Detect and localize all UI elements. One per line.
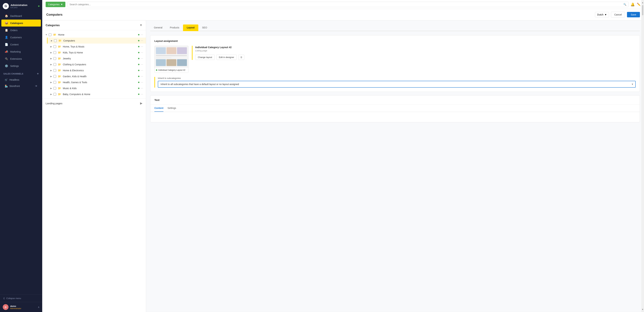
toggle-icon[interactable]: ▶ (50, 87, 52, 89)
status-dot (138, 40, 140, 41)
category-baby-computers-home[interactable]: ▶ 📁 Baby, Computers & Home ⋯ (47, 91, 146, 97)
collapse-menu-button[interactable]: ⟪ Collapse menu (0, 295, 42, 302)
category-home-toys-music[interactable]: ▶ 📁 Home, Toys & Music ⋯ (47, 43, 146, 49)
category-name: Music & Kids (63, 87, 137, 90)
toggle-icon[interactable]: ▶ (50, 45, 52, 48)
status-dot (138, 46, 140, 47)
pencil-button[interactable]: ✏️ (637, 2, 640, 6)
inherit-select[interactable]: Inherit to all subcategories that have a… (158, 81, 636, 88)
text-tab-settings[interactable]: Settings (168, 105, 176, 112)
tab-seo[interactable]: SEO (198, 24, 211, 31)
hometoys-checkbox[interactable] (54, 45, 56, 48)
category-name: Kids, Toys & Home (63, 51, 137, 54)
sidebar-item-label: Settings (10, 65, 19, 67)
notification-button[interactable]: 🔔 (630, 2, 635, 6)
category-computers[interactable]: ▶ 📁 Computers ⋯ (47, 38, 146, 43)
page-title: Computers (46, 13, 62, 16)
sidebar-item-orders[interactable]: 📋 Orders (1, 27, 41, 34)
add-sales-channel-button[interactable]: + (37, 72, 39, 75)
status-dot (138, 88, 140, 89)
language-selector[interactable]: Dutch ▼ (595, 12, 609, 17)
search-bar: 🔍 (68, 2, 628, 7)
tab-layout[interactable]: Layout (183, 24, 198, 31)
toggle-icon[interactable]: ▶ (50, 63, 52, 66)
folder-icon: 📁 (58, 93, 61, 96)
sidebar-item-label: Catalogues (10, 22, 23, 24)
category-name: Clothing & Computers (63, 63, 137, 66)
jewelry-checkbox[interactable] (54, 57, 56, 60)
collapse-icon: ⟪ (4, 297, 4, 300)
panel-collapse-icon[interactable]: ▼ (140, 23, 142, 27)
category-music-kids[interactable]: ▶ 📁 Music & Kids ⋯ (47, 85, 146, 91)
garden-checkbox[interactable] (54, 75, 56, 78)
kidstoys-checkbox[interactable] (54, 51, 56, 54)
more-icon[interactable]: ⋯ (140, 51, 143, 54)
save-button[interactable]: Save (627, 12, 640, 17)
musickids-checkbox[interactable] (54, 87, 56, 90)
search-input[interactable] (70, 3, 624, 6)
toggle-icon[interactable]: ▶ (50, 51, 52, 54)
scrollbar: ▲ ▼ (641, 20, 644, 312)
sidebar-item-marketing[interactable]: 📣 Marketing (1, 48, 41, 55)
sidebar-item-storefront[interactable]: 🏪 Storefront 👁 (1, 83, 41, 89)
change-layout-button[interactable]: Change layout (195, 55, 215, 60)
category-jewelry[interactable]: ▶ 📁 Jewelry ⋯ (47, 55, 146, 61)
more-icon[interactable]: ⋯ (140, 57, 143, 60)
computers-checkbox[interactable] (54, 39, 57, 42)
sidebar-item-headless[interactable]: 🛒 Headless (1, 77, 41, 83)
more-icon[interactable]: ⋯ (140, 81, 143, 84)
baby-checkbox[interactable] (54, 93, 56, 96)
more-icon[interactable]: ⋯ (140, 92, 143, 96)
edit-in-designer-button[interactable]: Edit in designer (216, 55, 237, 60)
more-icon[interactable]: ⋯ (140, 75, 143, 78)
landing-pages-section[interactable]: Landing pages ▶ (42, 98, 146, 108)
sidebar-item-settings[interactable]: ⚙️ Settings (1, 62, 41, 69)
sidebar-nav: 🏠 Dashboard 📦 Catalogues 📋 Orders 👤 Cust… (0, 12, 42, 295)
toggle-icon[interactable]: ▶ (50, 57, 52, 60)
category-health-games-tools[interactable]: ▶ 📁 Health, Games & Tools ⋯ (47, 79, 146, 85)
scroll-down-button[interactable]: ▼ (641, 308, 644, 311)
category-home-electronics[interactable]: ▶ 📁 Home & Electronics ⋯ (47, 67, 146, 73)
category-clothing-computers[interactable]: ▶ 📁 Clothing & Computers ⋯ (47, 61, 146, 67)
preview-cell-6 (177, 59, 187, 66)
category-garden-kids-health[interactable]: ▶ 📁 Garden, Kids & Health ⋯ (47, 73, 146, 79)
more-icon[interactable]: ⋯ (140, 87, 143, 90)
more-icon[interactable]: ⋯ (140, 33, 143, 36)
category-name: Jewelry (63, 57, 137, 60)
more-icon[interactable]: ⋯ (140, 63, 143, 66)
more-icon[interactable]: ⋯ (140, 45, 143, 48)
toggle-icon[interactable]: ▶ (50, 75, 52, 78)
toggle-icon[interactable]: ▶ (50, 81, 52, 83)
toggle-icon[interactable]: ▶ (50, 93, 52, 95)
toggle-icon[interactable]: ▶ (50, 69, 52, 72)
folder-icon: 📁 (58, 51, 61, 54)
sidebar-item-customers[interactable]: 👤 Customers (1, 34, 41, 41)
layout-info: Individual Category Layout #2 Listing pa… (192, 46, 636, 60)
category-home[interactable]: ▼ 📁 Home ⋯ (42, 32, 146, 38)
text-tab-content[interactable]: Content (154, 105, 164, 112)
toggle-icon[interactable]: ▼ (45, 33, 48, 36)
home-checkbox[interactable] (49, 33, 52, 36)
tab-general[interactable]: General (150, 24, 166, 31)
category-kids-toys-home[interactable]: ▶ 📁 Kids, Toys & Home ⋯ (47, 49, 146, 55)
toggle-icon[interactable]: ▶ (50, 39, 53, 42)
sidebar-item-extensions[interactable]: 🔌 Extensions (1, 55, 41, 62)
sidebar-item-content[interactable]: 📄 Content (1, 41, 41, 48)
sidebar-item-catalogues[interactable]: 📦 Catalogues (1, 19, 41, 26)
tab-products[interactable]: Products (166, 24, 183, 31)
more-icon[interactable]: ⋯ (140, 69, 143, 72)
sidebar-item-dashboard[interactable]: 🏠 Dashboard (1, 12, 41, 19)
categories-dropdown-button[interactable]: Categories ▼ (46, 2, 65, 7)
cancel-button[interactable]: Cancel (611, 12, 625, 17)
folder-icon: 📁 (53, 33, 56, 36)
more-icon[interactable]: ⋯ (140, 39, 143, 42)
homeelec-checkbox[interactable] (54, 69, 56, 72)
delete-layout-button[interactable]: 🗑 (238, 55, 244, 60)
user-chevron-icon[interactable]: ∧ (38, 306, 40, 309)
health-checkbox[interactable] (54, 81, 56, 84)
category-tree: ▼ 📁 Home ⋯ ▶ 📁 Computers ⋯ (42, 30, 146, 98)
clothing-checkbox[interactable] (54, 63, 56, 66)
app-logo: G (3, 3, 9, 9)
sidebar-sub-label: Storefront (9, 85, 20, 87)
preview-status-dot (156, 69, 157, 71)
